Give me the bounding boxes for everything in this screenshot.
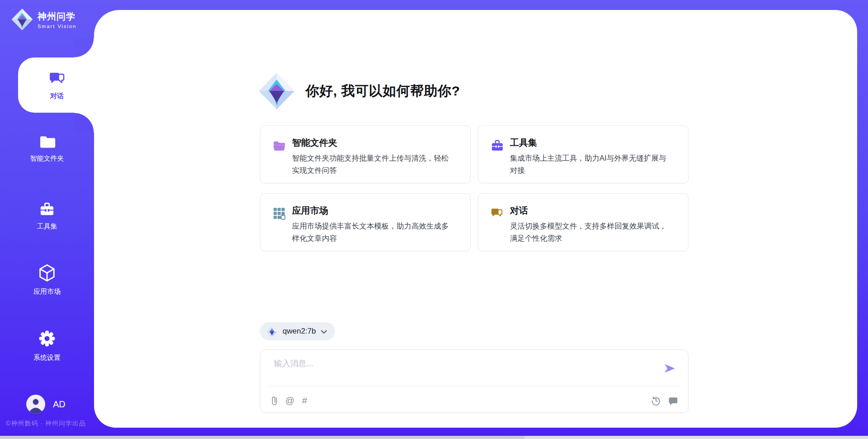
cube-icon (38, 263, 57, 282)
folder-icon (38, 134, 56, 149)
card-title: 对话 (510, 205, 528, 217)
sidebar-item-settings[interactable]: 系统设置 (0, 329, 94, 362)
avatar (26, 395, 45, 414)
composer-divider (269, 386, 680, 387)
chat-icon (490, 206, 505, 221)
card-chat[interactable]: 对话 灵活切换多模型文件，支持多样回复效果调试，满足个性化需求 (478, 193, 689, 251)
history-icon (651, 396, 661, 406)
attach-button[interactable] (271, 394, 278, 407)
card-description: 应用市场提供丰富长文本模板，助力高效生成多样化文章内容 (292, 220, 451, 244)
sidebar-item-label: 系统设置 (33, 353, 61, 362)
horizontal-scrollbar-thumb[interactable] (0, 436, 524, 439)
card-title: 工具集 (510, 137, 537, 149)
card-description: 灵活切换多模型文件，支持多样回复效果调试，满足个性化需求 (510, 220, 669, 244)
paperclip-icon (271, 395, 278, 406)
toolbox-icon (38, 201, 56, 217)
horizontal-scrollbar-track (0, 436, 868, 439)
card-smart-folder[interactable]: 智能文件夹 智能文件夹功能支持批量文件上传与清洗，轻松实现文件问答 (260, 125, 471, 183)
brand-subtitle: Smart Vision (38, 24, 76, 29)
composer-toolbar: @ # (271, 392, 678, 409)
brand-name: 神州问学 (38, 10, 76, 23)
folder-open-icon (272, 138, 287, 153)
toolbox-icon (490, 138, 505, 153)
sidebar-item-chat[interactable]: 对话 (18, 57, 96, 113)
mention-button[interactable]: @ (285, 394, 294, 407)
greeting: 你好, 我可以如何帮助你? (258, 70, 460, 112)
message-button[interactable] (668, 394, 678, 407)
brand: 神州问学 Smart Vision (11, 7, 76, 32)
greeting-text: 你好, 我可以如何帮助你? (306, 82, 460, 100)
card-description: 智能文件夹功能支持批量文件上传与清洗，轻松实现文件问答 (292, 152, 451, 176)
composer: @ # (260, 349, 689, 413)
chevron-down-icon (321, 330, 327, 334)
topic-button[interactable]: # (302, 394, 307, 407)
card-title: 应用市场 (292, 205, 328, 217)
model-diamond-logo (266, 325, 278, 338)
sidebar-tab-curve-top (74, 38, 94, 57)
message-input[interactable] (274, 358, 658, 383)
sidebar-item-toolset[interactable]: 工具集 (0, 201, 94, 231)
sidebar-footer: ©神州数码 · 神州问学出品 (6, 420, 86, 428)
user-label: AD (53, 399, 66, 410)
grid-icon (272, 206, 287, 221)
gear-icon (37, 329, 57, 348)
send-button[interactable] (663, 362, 676, 375)
sidebar-item-label: 对话 (50, 92, 64, 100)
brand-diamond-logo (11, 7, 33, 32)
model-selector[interactable]: qwen2:7b (260, 322, 335, 340)
sidebar-item-label: 应用市场 (33, 287, 61, 296)
sidebar-item-app-market[interactable]: 应用市场 (0, 263, 94, 296)
chat-icon (48, 70, 66, 88)
user-profile[interactable]: AD (26, 395, 66, 414)
model-name: qwen2:7b (283, 327, 316, 336)
card-description: 集成市场上主流工具，助力AI与外界无缝扩展与对接 (510, 152, 669, 176)
sidebar-item-label: 智能文件夹 (30, 154, 64, 163)
sidebar-item-label: 工具集 (37, 222, 57, 231)
history-button[interactable] (651, 394, 661, 407)
card-title: 智能文件夹 (292, 137, 337, 149)
message-icon (668, 396, 678, 406)
greeting-diamond-logo (258, 70, 296, 112)
send-icon (663, 362, 676, 375)
sidebar-tab-curve-bottom (74, 113, 94, 133)
card-app-market[interactable]: 应用市场 应用市场提供丰富长文本模板，助力高效生成多样化文章内容 (260, 193, 471, 251)
card-toolset[interactable]: 工具集 集成市场上主流工具，助力AI与外界无缝扩展与对接 (478, 125, 689, 183)
sidebar-item-smart-folder[interactable]: 智能文件夹 (0, 134, 94, 163)
